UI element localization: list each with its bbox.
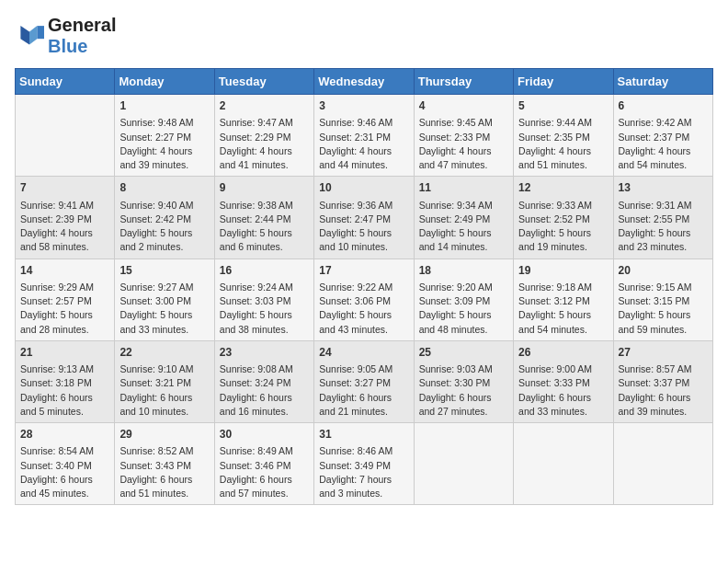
day-info: and 48 minutes.	[419, 323, 508, 337]
calendar-day-cell: 30Sunrise: 8:49 AMSunset: 3:46 PMDayligh…	[214, 423, 313, 505]
day-number: 12	[518, 180, 608, 196]
day-number: 21	[20, 345, 109, 361]
calendar-day-cell: 28Sunrise: 8:54 AMSunset: 3:40 PMDayligh…	[16, 423, 115, 505]
day-info: and 33 minutes.	[518, 405, 608, 419]
day-number: 8	[119, 180, 209, 196]
day-info: Daylight: 6 hours	[20, 473, 109, 487]
calendar-day-cell: 20Sunrise: 9:15 AMSunset: 3:15 PMDayligh…	[613, 259, 712, 340]
calendar-day-cell: 21Sunrise: 9:13 AMSunset: 3:18 PMDayligh…	[16, 340, 115, 422]
day-info: Sunrise: 9:20 AM	[419, 281, 508, 294]
day-info: Daylight: 5 hours	[220, 226, 309, 240]
day-info: Sunset: 2:33 PM	[419, 131, 508, 144]
day-info: Daylight: 5 hours	[319, 226, 408, 240]
day-info: Sunrise: 8:54 AM	[20, 444, 109, 458]
day-info: Sunset: 2:49 PM	[419, 213, 508, 226]
day-info: and 5 minutes.	[20, 405, 109, 419]
day-number: 9	[220, 180, 309, 196]
day-info: Sunset: 3:33 PM	[518, 376, 608, 390]
day-info: and 39 minutes.	[619, 405, 708, 419]
day-info: Sunrise: 9:03 AM	[419, 362, 508, 376]
day-info: Sunset: 3:18 PM	[20, 376, 109, 390]
day-info: and 6 minutes.	[220, 240, 309, 254]
calendar-day-cell	[514, 423, 613, 505]
calendar-day-cell: 14Sunrise: 9:29 AMSunset: 2:57 PMDayligh…	[16, 259, 115, 340]
day-info: Sunset: 2:29 PM	[220, 131, 309, 144]
calendar-day-cell	[613, 423, 712, 505]
day-info: Daylight: 4 hours	[619, 144, 708, 158]
day-info: Daylight: 6 hours	[220, 391, 309, 405]
day-info: Daylight: 5 hours	[20, 308, 109, 322]
day-info: Sunset: 3:30 PM	[419, 376, 508, 390]
day-info: Sunset: 2:39 PM	[20, 213, 109, 226]
day-number: 29	[119, 427, 209, 442]
day-info: Daylight: 5 hours	[619, 308, 708, 322]
day-number: 14	[20, 263, 109, 279]
day-info: and 57 minutes.	[220, 487, 309, 500]
day-number: 31	[319, 427, 408, 442]
day-info: Sunset: 3:21 PM	[119, 376, 209, 390]
day-info: Daylight: 5 hours	[119, 226, 209, 240]
day-info: Sunset: 3:03 PM	[220, 294, 309, 308]
day-info: Sunrise: 9:00 AM	[518, 362, 608, 376]
calendar-day-cell: 29Sunrise: 8:52 AMSunset: 3:43 PMDayligh…	[115, 423, 214, 505]
day-info: Sunrise: 9:46 AM	[319, 116, 408, 130]
day-info: Daylight: 5 hours	[220, 308, 309, 322]
day-info: Sunset: 3:40 PM	[20, 459, 109, 473]
day-info: Sunrise: 9:31 AM	[619, 199, 708, 213]
day-info: Daylight: 5 hours	[419, 226, 508, 240]
day-info: Sunrise: 9:05 AM	[319, 362, 408, 376]
day-info: Daylight: 6 hours	[220, 473, 309, 487]
day-of-week-header: Thursday	[414, 69, 513, 95]
day-info: Sunset: 2:44 PM	[220, 213, 309, 226]
day-info: and 28 minutes.	[20, 323, 109, 337]
calendar-day-cell: 9Sunrise: 9:38 AMSunset: 2:44 PMDaylight…	[214, 177, 313, 259]
svg-marker-1	[29, 26, 37, 44]
day-number: 11	[419, 180, 508, 196]
svg-marker-2	[20, 26, 29, 44]
day-number: 10	[319, 180, 408, 196]
calendar-day-cell: 6Sunrise: 9:42 AMSunset: 2:37 PMDaylight…	[613, 95, 712, 177]
day-info: and 45 minutes.	[20, 487, 109, 500]
day-number: 30	[220, 427, 309, 442]
day-number: 4	[419, 98, 508, 114]
day-info: Sunrise: 8:46 AM	[319, 444, 408, 458]
logo-text: General Blue	[48, 15, 116, 57]
day-info: Daylight: 5 hours	[319, 308, 408, 322]
day-info: Sunset: 3:27 PM	[319, 376, 408, 390]
day-info: Sunrise: 9:10 AM	[119, 362, 209, 376]
day-of-week-header: Sunday	[16, 69, 115, 95]
day-info: and 51 minutes.	[119, 487, 209, 500]
day-info: Sunrise: 9:29 AM	[20, 281, 109, 294]
day-info: Sunrise: 9:36 AM	[319, 199, 408, 213]
day-info: Sunrise: 9:13 AM	[20, 362, 109, 376]
day-info: and 38 minutes.	[220, 323, 309, 337]
day-info: Sunset: 3:46 PM	[220, 459, 309, 473]
day-info: and 19 minutes.	[518, 240, 608, 254]
day-info: Daylight: 4 hours	[419, 144, 508, 158]
day-info: Sunset: 3:09 PM	[419, 294, 508, 308]
day-info: Sunrise: 9:33 AM	[518, 199, 608, 213]
calendar-table: SundayMondayTuesdayWednesdayThursdayFrid…	[15, 68, 713, 505]
day-info: Sunrise: 9:22 AM	[319, 281, 408, 294]
day-number: 25	[419, 345, 508, 361]
day-number: 6	[619, 98, 708, 114]
calendar-day-cell: 17Sunrise: 9:22 AMSunset: 3:06 PMDayligh…	[314, 259, 414, 340]
calendar-week-row: 1Sunrise: 9:48 AMSunset: 2:27 PMDaylight…	[16, 95, 713, 177]
day-number: 20	[619, 263, 708, 279]
day-number: 17	[319, 263, 408, 279]
calendar-day-cell: 3Sunrise: 9:46 AMSunset: 2:31 PMDaylight…	[314, 95, 414, 177]
day-info: and 51 minutes.	[518, 158, 608, 172]
day-info: Daylight: 4 hours	[20, 226, 109, 240]
day-number: 7	[20, 180, 109, 196]
calendar-day-cell	[16, 95, 115, 177]
day-info: Daylight: 6 hours	[119, 391, 209, 405]
day-info: Sunset: 2:42 PM	[119, 213, 209, 226]
calendar-day-cell: 15Sunrise: 9:27 AMSunset: 3:00 PMDayligh…	[115, 259, 214, 340]
day-of-week-header: Saturday	[613, 69, 712, 95]
day-info: Daylight: 6 hours	[419, 391, 508, 405]
day-info: and 33 minutes.	[119, 323, 209, 337]
day-info: and 39 minutes.	[119, 158, 209, 172]
day-number: 2	[220, 98, 309, 114]
day-info: Daylight: 6 hours	[119, 473, 209, 487]
day-info: and 54 minutes.	[518, 323, 608, 337]
